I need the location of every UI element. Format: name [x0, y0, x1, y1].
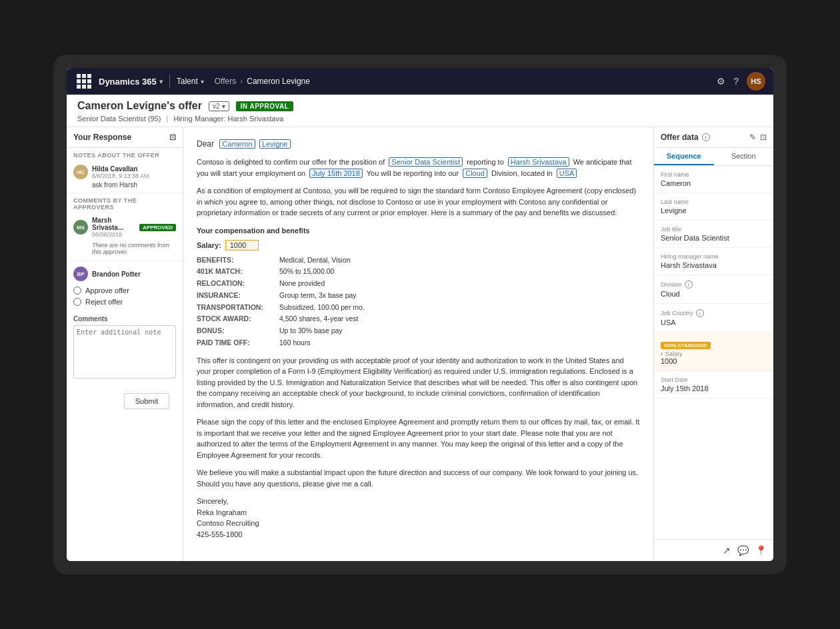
settings-icon[interactable]: ⚙ — [717, 76, 725, 87]
right-panel-footer: ↗ 💬 📍 — [654, 539, 773, 561]
division-info-icon[interactable]: i — [685, 281, 693, 289]
right-tabs: Sequence Section — [654, 148, 773, 166]
reviewer-avatar: BP — [73, 267, 88, 281]
letter-para5: We believe you will make a substantial i… — [197, 467, 640, 489]
note-avatar: HC — [73, 165, 88, 179]
benefits-table: BENEFITS: Medical, Dental, Vision 401K M… — [197, 255, 640, 348]
comments-label: Comments — [73, 315, 176, 322]
left-panel: Your Response ⊡ NOTES ABOUT THE OFFER HC… — [67, 127, 183, 561]
center-content: Dear Cameron Levigne Contoso is delighte… — [183, 127, 653, 561]
job-title-value: Senior Data Scientist — [661, 234, 767, 242]
breadcrumb-current: Cameron Levigne — [247, 77, 310, 86]
waffle-icon — [77, 74, 91, 89]
letter-para2: As a condition of employment at Contoso,… — [197, 185, 640, 219]
status-badge: IN APPROVAL — [236, 101, 294, 111]
approved-badge: APPROVED — [139, 224, 176, 231]
meta-position: Senior Data Scientist (95) — [77, 115, 161, 123]
field-division: Division i Cloud — [654, 275, 773, 304]
user-avatar[interactable]: HS — [747, 72, 765, 91]
salary-chevron-icon: › — [661, 350, 663, 357]
navbar-divider — [169, 75, 170, 88]
benefit-row-6: BONUS: Up to 30% base pay — [197, 326, 640, 336]
breadcrumb: Offers › Cameron Levigne — [215, 77, 310, 86]
salary-field-label: Salary — [665, 350, 683, 357]
approver-name: Marsh Srivasta... — [92, 217, 135, 231]
job-country-info-icon[interactable]: i — [696, 309, 704, 317]
field-last-name: Last name Levigne — [654, 193, 773, 221]
start-date-label: Start Date — [661, 376, 767, 383]
salary-input[interactable] — [225, 240, 259, 251]
approver-row: MS Marsh Srivasta... 06/06/2018 APPROVED — [73, 217, 176, 238]
name-tag-1: Cameron — [219, 139, 255, 149]
non-standard-badge: NON-STANDARD — [661, 342, 711, 349]
app-name[interactable]: Dynamics 365 ▾ — [99, 77, 163, 87]
reject-radio[interactable] — [73, 298, 81, 306]
benefit-row-3: INSURANCE: Group term, 3x base pay — [197, 291, 640, 301]
note-author-row: HC Hilda Cavallan 6/6/2018, 9:13:38 AM — [73, 165, 176, 179]
right-panel: Offer data i ✎ ⊡ Sequence Section First … — [653, 127, 773, 561]
tab-section[interactable]: Section — [714, 148, 774, 165]
offer-data-info-icon[interactable]: i — [702, 133, 710, 141]
job-title-label: Job title — [661, 226, 767, 233]
approver-info: Marsh Srivasta... 06/06/2018 — [92, 217, 135, 238]
benefit-row-2: RELOCATION: None provided — [197, 279, 640, 289]
field-hiring-manager: Hiring manager name Harsh Srivastava — [654, 248, 773, 275]
expand-icon[interactable]: ⊡ — [760, 133, 767, 142]
waffle-menu[interactable] — [75, 72, 93, 91]
help-icon[interactable]: ? — [733, 76, 739, 87]
pin-icon[interactable]: 📍 — [755, 545, 767, 556]
signer-name: Reka Ingraham — [197, 507, 640, 518]
share-icon[interactable]: ↗ — [723, 545, 731, 556]
breadcrumb-parent: Offers — [215, 77, 236, 86]
job-country-value: USA — [661, 318, 767, 326]
tab-sequence[interactable]: Sequence — [654, 148, 714, 165]
benefit-row-4: TRANSPORTATION: Subsidized, 100.00 per m… — [197, 303, 640, 313]
reviewer-item: BP Brandon Potter Approve offer Reject o… — [67, 261, 183, 311]
field-job-title: Job title Senior Data Scientist — [654, 221, 773, 248]
offer-title: Cameron Levigne's offer — [77, 100, 202, 112]
note-author-info: Hilda Cavallan 6/6/2018, 9:13:38 AM — [92, 165, 149, 179]
note-text: ask from Harsh — [92, 181, 176, 189]
comments-textarea[interactable] — [73, 325, 176, 378]
subheader: Cameron Levigne's offer v2 ▾ IN APPROVAL… — [67, 95, 773, 127]
name-tag-2: Levigne — [259, 139, 291, 149]
main-content: Your Response ⊡ NOTES ABOUT THE OFFER HC… — [67, 127, 773, 561]
last-name-label: Last name — [661, 199, 767, 205]
benefit-row-0: BENEFITS: Medical, Dental, Vision — [197, 255, 640, 266]
approver-comment: There are no comments from this approver… — [73, 241, 176, 257]
salary-expand-row[interactable]: › Salary — [661, 350, 767, 357]
panel-title: Your Response — [73, 133, 131, 142]
benefit-row-1: 401K MATCH: 50% to 15,000.00 — [197, 267, 640, 277]
approve-radio[interactable] — [73, 287, 81, 295]
version-chevron-icon: ▾ — [222, 103, 225, 110]
right-panel-actions: ✎ ⊡ — [749, 133, 767, 142]
meta-hiring-manager: Hiring Manager: Harsh Srivastava — [173, 115, 283, 123]
division-tag: Cloud — [463, 169, 487, 178]
benefit-row-7: PAID TIME OFF: 160 hours — [197, 338, 640, 348]
first-name-label: First name — [661, 171, 767, 178]
comments-section: Comments — [67, 311, 183, 385]
screen: Dynamics 365 ▾ Talent ▾ Offers › Cameron… — [67, 68, 773, 561]
field-job-country: Job Country i USA — [654, 304, 773, 332]
comment-icon[interactable]: 💬 — [737, 545, 749, 556]
letter-para1: Contoso is delighted to confirm our offe… — [197, 157, 640, 179]
approve-option[interactable]: Approve offer — [73, 287, 176, 295]
date-tag: July 15th 2018 — [309, 169, 363, 178]
signer-phone: 425-555-1800 — [197, 529, 640, 540]
letter-para3: This offer is contingent on your providi… — [197, 355, 640, 410]
submit-button[interactable]: Submit — [124, 393, 169, 409]
panel-expand-icon[interactable]: ⊡ — [169, 133, 176, 142]
module-name[interactable]: Talent ▾ — [177, 77, 204, 86]
job-country-label: Job Country i — [661, 309, 767, 317]
navbar-right: ⚙ ? HS — [717, 72, 765, 91]
module-chevron-icon: ▾ — [201, 78, 204, 85]
version-badge[interactable]: v2 ▾ — [209, 101, 229, 111]
right-panel-header: Offer data i ✎ ⊡ — [654, 127, 773, 148]
approvers-section-label: COMMENTS BY THE APPROVERS — [67, 193, 183, 213]
edit-icon[interactable]: ✎ — [749, 133, 756, 142]
note-date: 6/6/2018, 9:13:38 AM — [92, 173, 149, 179]
signer-company: Contoso Recruiting — [197, 518, 640, 529]
approver-item: MS Marsh Srivasta... 06/06/2018 APPROVED… — [67, 213, 183, 261]
letter-greeting: Dear Cameron Levigne — [197, 138, 640, 150]
reject-option[interactable]: Reject offer — [73, 298, 176, 306]
